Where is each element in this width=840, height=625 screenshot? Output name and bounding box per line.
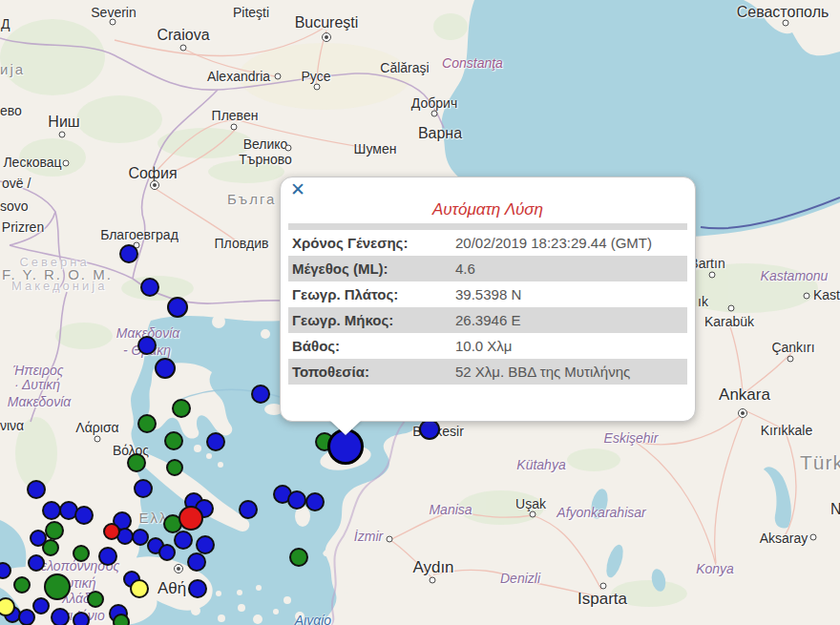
map-label: Bucureşti — [295, 15, 359, 31]
earthquake-dot-green[interactable] — [164, 431, 183, 450]
earthquake-dot-blue[interactable] — [119, 244, 138, 263]
earthquake-dot-blue[interactable] — [98, 547, 117, 566]
popup-row-value: 52 Χλμ. ΒΒΔ της Μυτιλήνης — [452, 359, 687, 385]
town-marker — [275, 73, 282, 80]
earthquake-dot-blue[interactable] — [239, 500, 258, 519]
earthquake-dot-blue[interactable] — [73, 612, 90, 625]
map-viewport[interactable]: ДSeverinCraiovaPiteştiBucureştiAlexandri… — [0, 0, 840, 625]
earthquake-dot-blue[interactable] — [27, 480, 46, 499]
earthquake-dot-blue[interactable] — [196, 535, 215, 554]
map-label: Македонија — [11, 280, 107, 292]
town-marker — [94, 436, 101, 443]
popup-row-label: Γεωγρ. Πλάτος: — [288, 281, 452, 307]
earthquake-dot-green[interactable] — [73, 545, 90, 562]
earthquake-dot-green[interactable] — [13, 576, 31, 594]
earthquake-dot-green[interactable] — [87, 591, 104, 608]
earthquake-dot-blue[interactable] — [305, 492, 325, 511]
map-label: Плевен — [212, 109, 259, 122]
map-label: Αιγαίο — [295, 614, 331, 625]
town-marker — [431, 111, 438, 117]
map-label: N — [830, 502, 840, 517]
map-label: ovë / — [2, 177, 31, 190]
popup-row-value: 39.5398 N — [452, 281, 687, 307]
earthquake-dot-green[interactable] — [42, 539, 59, 556]
close-icon[interactable]: ✕ — [290, 180, 305, 198]
map-label: Çankırı — [771, 341, 814, 354]
map-label: Ankara — [719, 386, 770, 403]
map-label: Constanţa — [442, 56, 503, 70]
map-label: Бълга — [227, 192, 276, 206]
popup-tail — [329, 420, 362, 435]
earthquake-dot-blue[interactable] — [42, 501, 61, 520]
earthquake-dot-blue[interactable] — [32, 597, 50, 615]
earthquake-dot-blue[interactable] — [287, 490, 306, 510]
earthquake-dot-blue[interactable] — [155, 358, 176, 379]
map-label: Αθή — [158, 580, 186, 596]
earthquake-dot-blue[interactable] — [28, 554, 45, 572]
popup-row-value: 20/02/2019 18:23:29.44 (GMT) — [452, 230, 687, 256]
earthquake-dot-blue[interactable] — [74, 506, 94, 525]
town-marker — [110, 19, 116, 26]
map-label: Благоевград — [100, 228, 178, 241]
popup-row-label: Γεωγρ. Μήκος: — [288, 307, 452, 333]
map-label: Piteşti — [233, 6, 269, 19]
earthquake-dot-blue[interactable] — [188, 579, 207, 598]
map-label: Д — [1, 17, 10, 31]
popup-row: Τοποθεσία:52 Χλμ. ΒΒΔ της Μυτιλήνης — [288, 359, 687, 385]
popup-row-value: 4.6 — [452, 256, 687, 281]
earthquake-dot-blue[interactable] — [206, 432, 225, 451]
map-label: υτική — [67, 576, 96, 590]
popup-row: Μέγεθος (ML):4.6 — [288, 256, 687, 281]
map-label: Isparta — [578, 591, 627, 607]
earthquake-dot-blue[interactable] — [137, 336, 157, 355]
map-label: Велико — [243, 137, 288, 151]
earthquake-dot-green[interactable] — [45, 521, 64, 540]
earthquake-dot-blue[interactable] — [18, 609, 35, 625]
earthquake-dot-blue[interactable] — [167, 297, 188, 318]
map-label: Karabük — [704, 315, 754, 328]
earthquake-dot-blue[interactable] — [51, 608, 70, 625]
earthquake-dot-green[interactable] — [113, 614, 130, 625]
map-label: Севастополь — [737, 5, 830, 20]
map-label: Aksaray — [760, 531, 808, 545]
map-label: Aydın — [412, 559, 453, 575]
map-label: Русе — [302, 70, 331, 83]
earthquake-dot-green[interactable] — [127, 453, 146, 472]
earthquake-dot-green[interactable] — [172, 399, 191, 418]
earthquake-dot-blue[interactable] — [158, 544, 176, 561]
popup-row-value: 10.0 Χλμ — [452, 333, 687, 359]
map-label: Kütahya — [516, 458, 565, 471]
earthquake-dot-red[interactable] — [103, 523, 120, 540]
earthquake-dot-blue[interactable] — [251, 385, 270, 404]
earthquake-dot-green[interactable] — [137, 414, 157, 433]
earthquake-dot-red[interactable] — [178, 506, 203, 531]
map-label: Шумен — [354, 142, 397, 156]
earthquake-dot-green[interactable] — [289, 548, 308, 567]
capital-marker — [738, 408, 747, 418]
earthquake-dot-blue[interactable] — [134, 479, 153, 498]
earthquake-dot-yellow[interactable] — [130, 579, 149, 598]
map-label: νινα — [0, 419, 24, 432]
town-marker — [600, 583, 607, 590]
map-label: Konya — [696, 562, 734, 575]
earthquake-dot-green[interactable] — [166, 459, 183, 476]
earthquake-dot-blue[interactable] — [187, 552, 206, 572]
capital-marker — [322, 32, 331, 42]
map-label: ık — [698, 295, 708, 308]
town-marker — [709, 272, 716, 279]
popup-row: Χρόνος Γένεσης:20/02/2019 18:23:29.44 (G… — [288, 230, 687, 256]
town-marker — [783, 20, 789, 27]
table-top-strip — [288, 223, 687, 230]
earthquake-dot-green[interactable] — [44, 573, 71, 600]
earthquake-dot-blue[interactable] — [140, 278, 159, 297]
popup-row-label: Μέγεθος (ML): — [288, 256, 452, 281]
earthquake-dot-blue[interactable] — [419, 419, 440, 440]
map-label: Пловдив — [215, 237, 269, 250]
earthquake-dot-blue[interactable] — [174, 531, 193, 550]
popup-row: Γεωγρ. Πλάτος:39.5398 N — [288, 281, 687, 307]
map-label: Kırıkkale — [761, 424, 812, 437]
map-label: Afyonkarahisar — [556, 506, 645, 519]
capital-marker — [150, 180, 159, 190]
popup-row: Γεωγρ. Μήκος:26.3946 E — [288, 307, 687, 333]
popup-row-label: Βάθος: — [288, 333, 452, 359]
